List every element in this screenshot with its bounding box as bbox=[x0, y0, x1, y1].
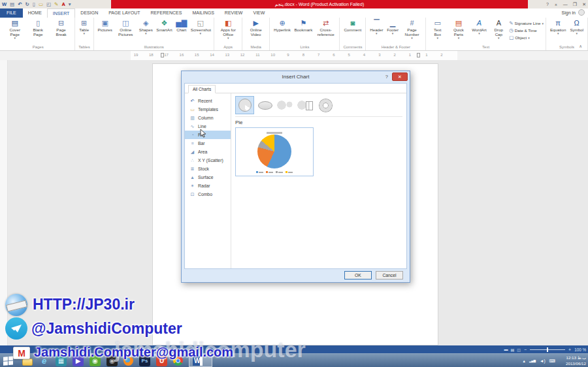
chart-category-stock[interactable]: ≣Stock bbox=[185, 165, 231, 173]
ok-button[interactable]: OK bbox=[344, 271, 372, 279]
cancel-button[interactable]: Cancel bbox=[376, 271, 403, 279]
zoom-slider[interactable] bbox=[530, 349, 565, 350]
network-icon[interactable]: ▂▄▆ bbox=[529, 359, 536, 362]
ribbon-button-equation[interactable]: πEquation▾ bbox=[548, 18, 568, 35]
ribbon-button-comment[interactable]: ◙Comment bbox=[342, 18, 363, 33]
ribbon-button-signature-line[interactable]: ✎Signature Line▾ bbox=[509, 20, 544, 27]
chart-category-pie[interactable]: ◔Pie bbox=[185, 131, 231, 139]
taskbar-file-explorer[interactable] bbox=[22, 359, 33, 366]
save-icon[interactable]: ▤ bbox=[10, 2, 14, 7]
ribbon-button-online-video[interactable]: ▶Online Video bbox=[244, 18, 267, 37]
tab-page-layout[interactable]: PAGE LAYOUT bbox=[103, 8, 145, 18]
chart-category-column[interactable]: ▥Column bbox=[185, 114, 231, 122]
collapse-ribbon-button[interactable]: ∧ bbox=[579, 44, 582, 49]
ribbon-button-quick-parts[interactable]: ▤Quick Parts▾ bbox=[447, 18, 470, 40]
ribbon-button-date-time[interactable]: ◷Date & Time bbox=[509, 27, 544, 34]
chart-subtype-3-d-pie[interactable] bbox=[255, 96, 274, 114]
qat-more-icon[interactable]: ▾ bbox=[69, 2, 71, 7]
print-layout-icon[interactable]: ▤ bbox=[511, 347, 515, 352]
ribbon-button-page-break[interactable]: ⊟Page Break bbox=[50, 18, 73, 37]
indent-marker-right[interactable] bbox=[417, 53, 420, 57]
chart-subtype-doughnut[interactable] bbox=[316, 96, 335, 114]
ribbon-button-bookmark[interactable]: ⚑Bookmark bbox=[293, 18, 314, 33]
hyperlink-icon: ⊕ bbox=[279, 19, 285, 27]
minimize-button[interactable]: — bbox=[563, 2, 568, 7]
print-preview-icon[interactable]: ◰ bbox=[46, 2, 51, 7]
ribbon-options-button[interactable]: ⌅ bbox=[554, 2, 558, 7]
sign-in[interactable]: Sign in bbox=[562, 9, 585, 16]
ribbon-button-table[interactable]: ⊞Table▾ bbox=[77, 18, 91, 35]
ribbon-button-chart[interactable]: ▅▇Chart bbox=[174, 18, 189, 33]
dialog-help-button[interactable]: ? bbox=[385, 71, 388, 83]
online-video-icon: ▶ bbox=[253, 19, 258, 27]
highlighter-icon[interactable]: ✎ bbox=[54, 2, 58, 7]
ribbon-button-online-pictures[interactable]: ◫Online Pictures bbox=[114, 18, 137, 37]
zoom-slider-thumb[interactable] bbox=[547, 347, 548, 352]
tab-view[interactable]: VIEW bbox=[248, 8, 270, 18]
ribbon-button-cross-reference[interactable]: ⇄Cross-reference bbox=[314, 18, 337, 37]
taskbar-clock[interactable]: 12:13 ب.ظ 2013/06/12 bbox=[566, 355, 586, 367]
tab-home[interactable]: HOME bbox=[23, 8, 47, 18]
ribbon-button-footer[interactable]: ▁Footer▾ bbox=[385, 18, 400, 35]
avatar[interactable] bbox=[578, 9, 585, 16]
ribbon-button-drop-cap[interactable]: ADrop Cap▾ bbox=[488, 18, 509, 40]
touch-keyboard-icon[interactable]: ⌨ bbox=[549, 359, 555, 364]
ribbon-button-cover-page[interactable]: ▤Cover Page▾ bbox=[3, 18, 26, 40]
undo-icon[interactable]: ↶ bbox=[18, 2, 22, 7]
telegram-icon bbox=[5, 317, 27, 340]
help-button[interactable]: ? bbox=[546, 2, 549, 7]
indent-marker-left[interactable] bbox=[161, 53, 164, 57]
ribbon-button-shapes[interactable]: ◈Shapes▾ bbox=[137, 18, 155, 35]
tab-file[interactable]: FILE bbox=[0, 8, 23, 18]
bar-icon: ≡ bbox=[189, 141, 195, 146]
volume-icon[interactable]: ◄) bbox=[540, 359, 546, 363]
zoom-level[interactable]: 100 % bbox=[574, 347, 586, 352]
close-button[interactable]: ✕ bbox=[582, 2, 586, 7]
restore-button[interactable]: ❐ bbox=[573, 2, 577, 7]
ribbon-button-object[interactable]: ▢Object▾ bbox=[509, 34, 544, 41]
ribbon-button-screenshot[interactable]: ◱Screenshot▾ bbox=[189, 18, 212, 35]
font-color-icon[interactable]: A bbox=[61, 2, 65, 7]
dialog-close-button[interactable]: ✕ bbox=[392, 72, 408, 81]
chart-subtype-pie[interactable] bbox=[235, 96, 254, 114]
new-document-icon[interactable]: ▯ bbox=[33, 2, 35, 7]
ribbon-button-pictures[interactable]: ▣Pictures bbox=[96, 18, 114, 33]
pie-icon: ◔ bbox=[189, 133, 195, 137]
chart-category-combo[interactable]: ⊡Combo bbox=[185, 190, 231, 199]
chart-category-area[interactable]: ◢Area bbox=[185, 148, 231, 156]
open-icon[interactable]: ▭ bbox=[39, 2, 43, 7]
tab-references[interactable]: REFERENCES bbox=[146, 8, 188, 18]
chart-subtype-bar-of-pie[interactable] bbox=[296, 96, 315, 114]
tab-all-charts[interactable]: All Charts bbox=[188, 85, 216, 93]
chart-category-surface[interactable]: ▲Surface bbox=[185, 173, 231, 182]
zoom-out-button[interactable]: − bbox=[524, 347, 527, 352]
ribbon-button-smartart[interactable]: ❖SmartArt bbox=[155, 18, 174, 33]
ribbon-button-symbol[interactable]: ΩSymbol▾ bbox=[568, 18, 585, 35]
chart-category-line[interactable]: ∿Line bbox=[185, 122, 231, 131]
hidden-icons-button[interactable]: ▴ bbox=[523, 359, 525, 364]
word-logo-icon[interactable]: W bbox=[2, 2, 7, 7]
tab-review[interactable]: REVIEW bbox=[220, 8, 248, 18]
ribbon-button-apps-for-office[interactable]: ◧Apps for Office▾ bbox=[216, 18, 239, 40]
chart-category-recent[interactable]: ↶Recent bbox=[185, 97, 231, 105]
chart-category-x-y-scatter[interactable]: ∴X Y (Scatter) bbox=[185, 156, 231, 165]
chart-subtype-pie-of-pie[interactable] bbox=[276, 96, 295, 114]
pie-chart-preview[interactable] bbox=[235, 127, 314, 176]
chart-category-radar[interactable]: ✶Radar bbox=[185, 182, 231, 190]
ribbon-button-blank-page[interactable]: ▯Blank Page bbox=[26, 18, 49, 37]
tab-insert[interactable]: INSERT bbox=[47, 8, 76, 18]
ribbon-button-header[interactable]: ▔Header▾ bbox=[368, 18, 385, 35]
read-mode-icon[interactable]: ▬ bbox=[504, 347, 508, 352]
wordart-icon: A bbox=[477, 19, 482, 27]
zoom-in-button[interactable]: + bbox=[568, 347, 571, 352]
ribbon-button-wordart[interactable]: AWordArt▾ bbox=[470, 18, 489, 35]
chart-category-bar[interactable]: ≡Bar bbox=[185, 139, 231, 148]
ribbon-button-page-number[interactable]: #Page Number▾ bbox=[400, 18, 423, 40]
tab-mailings[interactable]: MAILINGS bbox=[187, 8, 219, 18]
ribbon-button-hyperlink[interactable]: ⊕Hyperlink bbox=[272, 18, 292, 33]
ribbon-button-text-box[interactable]: ▭Text Box▾ bbox=[428, 18, 447, 40]
redo-icon[interactable]: ↻ bbox=[25, 2, 29, 7]
tab-design[interactable]: DESIGN bbox=[75, 8, 103, 18]
web-layout-icon[interactable]: ◫ bbox=[517, 347, 521, 352]
chart-category-templates[interactable]: ▭Templates bbox=[185, 105, 231, 114]
